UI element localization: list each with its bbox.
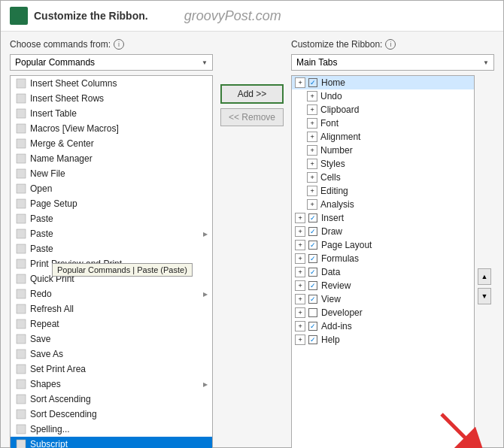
svg-rect-13 bbox=[17, 214, 26, 223]
list-item[interactable]: Paste bbox=[11, 211, 212, 226]
right-list-item[interactable]: +Font bbox=[292, 117, 474, 130]
move-up-button[interactable]: ▲ bbox=[478, 268, 491, 285]
right-list-item[interactable]: +Clipboard bbox=[292, 103, 474, 117]
ribbon-item-checkbox[interactable]: ✓ bbox=[308, 335, 317, 344]
left-info-icon[interactable]: i bbox=[114, 39, 124, 50]
list-item[interactable]: Sort Descending bbox=[11, 407, 212, 422]
list-item[interactable]: New File bbox=[11, 166, 212, 181]
expand-btn[interactable]: + bbox=[307, 132, 317, 142]
list-item[interactable]: Subscript bbox=[11, 437, 212, 448]
expand-btn[interactable]: + bbox=[295, 77, 305, 88]
list-item[interactable]: Sort Ascending bbox=[11, 392, 212, 407]
list-item[interactable]: Set Print Area bbox=[11, 362, 212, 377]
right-list-item[interactable]: +Cells bbox=[292, 171, 474, 184]
expand-btn[interactable]: + bbox=[307, 159, 317, 169]
item-icon bbox=[15, 348, 27, 360]
ribbon-item-label: Font bbox=[320, 118, 339, 129]
item-icon bbox=[15, 92, 27, 104]
expand-btn[interactable]: + bbox=[307, 199, 317, 210]
expand-btn[interactable]: + bbox=[295, 334, 305, 345]
right-list-item[interactable]: +Editing bbox=[292, 184, 474, 198]
item-icon bbox=[15, 408, 27, 420]
item-icon bbox=[15, 363, 27, 375]
right-list-item[interactable]: +✓Add-ins bbox=[292, 319, 474, 333]
right-list-item[interactable]: +✓Insert bbox=[292, 211, 474, 225]
expand-btn[interactable]: + bbox=[307, 145, 317, 156]
list-item[interactable]: Page Setup bbox=[11, 196, 212, 211]
right-list-item[interactable]: +Styles bbox=[292, 157, 474, 171]
item-icon bbox=[15, 153, 27, 165]
list-item[interactable]: Merge & Center bbox=[11, 136, 212, 151]
list-item[interactable]: Save As bbox=[11, 347, 212, 362]
commands-dropdown[interactable]: Popular Commands ▼ bbox=[10, 54, 213, 71]
expand-btn[interactable]: + bbox=[295, 213, 305, 223]
expand-btn[interactable]: + bbox=[307, 104, 317, 115]
expand-btn[interactable]: + bbox=[295, 240, 305, 250]
item-label: Paste bbox=[30, 244, 53, 254]
ribbon-item-label: Editing bbox=[320, 186, 348, 196]
list-item[interactable]: Insert Sheet Columns bbox=[11, 76, 212, 91]
right-list-item[interactable]: +✓Review bbox=[292, 279, 474, 292]
ribbon-item-checkbox[interactable]: ✓ bbox=[308, 241, 317, 250]
commands-list[interactable]: Insert Sheet ColumnsInsert Sheet RowsIns… bbox=[11, 76, 212, 448]
list-item[interactable]: Macros [View Macros] bbox=[11, 121, 212, 136]
list-item[interactable]: Shapes▶ bbox=[11, 377, 212, 392]
list-item[interactable]: Repeat bbox=[11, 316, 212, 331]
list-item[interactable]: Refresh All bbox=[11, 301, 212, 316]
ribbon-dropdown[interactable]: Main Tabs ▼ bbox=[291, 54, 494, 71]
right-list-item[interactable]: +Analysis bbox=[292, 198, 474, 211]
list-item[interactable]: Insert Table bbox=[11, 106, 212, 121]
list-item[interactable]: Redo▶ bbox=[11, 286, 212, 301]
customize-ribbon-dialog: Customize the Ribbon. groovyPost.com Cho… bbox=[0, 0, 504, 448]
expand-btn[interactable]: + bbox=[295, 253, 305, 264]
remove-button[interactable]: << Remove bbox=[220, 108, 284, 126]
expand-btn[interactable]: + bbox=[295, 226, 305, 237]
ribbon-item-checkbox[interactable]: ✓ bbox=[308, 78, 317, 87]
svg-rect-16 bbox=[17, 259, 26, 268]
ribbon-item-checkbox[interactable]: ✓ bbox=[308, 227, 317, 236]
ribbon-list[interactable]: +✓Home+Undo+Clipboard+Font+Alignment+Num… bbox=[292, 76, 474, 448]
expand-btn[interactable]: + bbox=[295, 321, 305, 331]
dialog-title: Customize the Ribbon. bbox=[34, 10, 148, 22]
list-item[interactable]: Paste▶ bbox=[11, 226, 212, 241]
expand-btn[interactable]: + bbox=[307, 172, 317, 183]
middle-buttons: Add >> << Remove bbox=[220, 39, 284, 448]
right-list-item[interactable]: +✓Page Layout bbox=[292, 238, 474, 252]
right-list-item[interactable]: +✓Formulas bbox=[292, 252, 474, 265]
list-item[interactable]: Name Manager bbox=[11, 151, 212, 166]
list-item[interactable]: Spelling... bbox=[11, 422, 212, 437]
add-button[interactable]: Add >> bbox=[220, 84, 284, 104]
ribbon-item-checkbox[interactable]: ✓ bbox=[308, 268, 317, 277]
right-list-item[interactable]: +Developer bbox=[292, 306, 474, 319]
right-list-item[interactable]: +✓View bbox=[292, 292, 474, 306]
right-info-icon[interactable]: i bbox=[385, 39, 396, 50]
right-list-item[interactable]: +Alignment bbox=[292, 130, 474, 144]
expand-btn[interactable]: + bbox=[307, 118, 317, 129]
expand-btn[interactable]: + bbox=[307, 91, 317, 101]
right-list-item[interactable]: +Undo bbox=[292, 89, 474, 103]
ribbon-item-checkbox[interactable]: ✓ bbox=[308, 295, 317, 304]
ribbon-item-checkbox[interactable]: ✓ bbox=[308, 281, 317, 290]
right-list-item[interactable]: +Number bbox=[292, 144, 474, 157]
ribbon-item-checkbox[interactable]: ✓ bbox=[308, 213, 317, 222]
ribbon-item-checkbox[interactable]: ✓ bbox=[308, 254, 317, 263]
right-list-item[interactable]: +✓Help bbox=[292, 333, 474, 347]
item-icon bbox=[15, 77, 27, 89]
list-item[interactable]: Paste bbox=[11, 241, 212, 256]
ribbon-item-checkbox[interactable]: ✓ bbox=[308, 322, 317, 331]
move-down-button[interactable]: ▼ bbox=[478, 288, 491, 304]
expand-btn[interactable]: + bbox=[307, 186, 317, 196]
right-list-item[interactable]: +✓Data bbox=[292, 265, 474, 279]
expand-btn[interactable]: + bbox=[295, 267, 305, 277]
list-item[interactable]: Open bbox=[11, 181, 212, 196]
right-list-item[interactable]: +✓Draw bbox=[292, 225, 474, 238]
item-label: Macros [View Macros] bbox=[30, 123, 119, 134]
expand-btn[interactable]: + bbox=[295, 307, 305, 318]
svg-rect-21 bbox=[17, 334, 26, 344]
expand-btn[interactable]: + bbox=[295, 280, 305, 291]
right-list-item[interactable]: +✓Home bbox=[292, 76, 474, 89]
ribbon-item-checkbox[interactable] bbox=[308, 308, 317, 317]
list-item[interactable]: Insert Sheet Rows bbox=[11, 91, 212, 106]
expand-btn[interactable]: + bbox=[295, 294, 305, 304]
list-item[interactable]: Save bbox=[11, 331, 212, 347]
